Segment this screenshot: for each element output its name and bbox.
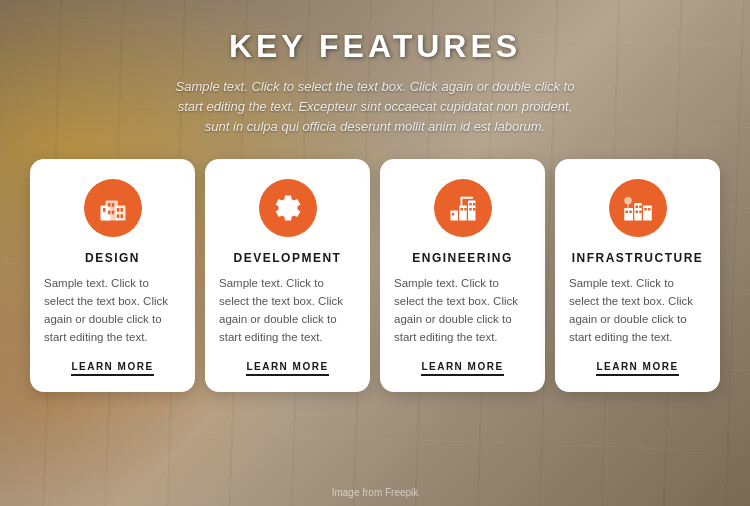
design-card-title: DESIGN [85,251,140,265]
development-icon [273,193,303,223]
svg-rect-6 [111,211,114,215]
svg-rect-8 [116,208,119,212]
svg-rect-21 [473,208,476,211]
svg-rect-24 [624,208,633,221]
infrastructure-learn-more[interactable]: LEARN MORE [596,361,678,376]
section-subtitle: Sample text. Click to select the text bo… [165,77,585,137]
design-learn-more[interactable]: LEARN MORE [71,361,153,376]
development-learn-more[interactable]: LEARN MORE [246,361,328,376]
card-development: DEVELOPMENT Sample text. Click to select… [205,159,370,391]
svg-rect-29 [635,206,638,209]
svg-rect-31 [635,211,638,214]
infrastructure-card-text[interactable]: Sample text. Click to select the text bo… [569,275,706,346]
svg-rect-36 [627,203,628,208]
svg-rect-17 [464,208,467,211]
main-content: KEY FEATURES Sample text. Click to selec… [0,0,750,392]
infrastructure-icon [623,193,653,223]
development-card-text[interactable]: Sample text. Click to select the text bo… [219,275,356,346]
design-card-text[interactable]: Sample text. Click to select the text bo… [44,275,181,346]
svg-rect-13 [459,206,467,221]
infrastructure-card-title: INFRASTRUCTURE [572,251,704,265]
design-icon [98,193,128,223]
card-design: DESIGN Sample text. Click to select the … [30,159,195,391]
card-infrastructure: INFRASTRUCTURE Sample text. Click to sel… [555,159,720,391]
section-title: KEY FEATURES [229,28,521,65]
cards-row: DESIGN Sample text. Click to select the … [0,159,750,391]
svg-rect-4 [111,203,114,207]
svg-rect-32 [639,211,642,214]
image-credit: Image from Freepik [332,487,419,498]
svg-rect-30 [639,206,642,209]
svg-rect-23 [460,197,462,206]
svg-rect-5 [108,211,111,215]
svg-rect-18 [469,203,472,206]
svg-rect-2 [103,208,106,212]
svg-rect-33 [644,208,647,211]
card-engineering: ENGINEERING Sample text. Click to select… [380,159,545,391]
svg-rect-3 [108,203,111,207]
infrastructure-icon-circle [609,179,667,237]
svg-rect-10 [116,215,119,219]
engineering-card-title: ENGINEERING [412,251,513,265]
svg-rect-28 [629,211,632,214]
engineering-card-text[interactable]: Sample text. Click to select the text bo… [394,275,531,346]
svg-rect-20 [469,208,472,211]
development-icon-circle [259,179,317,237]
design-icon-circle [84,179,142,237]
development-card-title: DEVELOPMENT [234,251,342,265]
svg-rect-34 [648,208,651,211]
svg-rect-11 [120,215,123,219]
svg-rect-7 [115,206,125,221]
engineering-icon-circle [434,179,492,237]
engineering-learn-more[interactable]: LEARN MORE [421,361,503,376]
page-wrapper: KEY FEATURES Sample text. Click to selec… [0,0,750,506]
engineering-icon [448,193,478,223]
svg-rect-16 [460,208,463,211]
svg-rect-19 [473,203,476,206]
svg-rect-27 [625,211,628,214]
svg-rect-9 [120,208,123,212]
svg-rect-26 [643,206,652,221]
svg-rect-15 [451,213,454,216]
